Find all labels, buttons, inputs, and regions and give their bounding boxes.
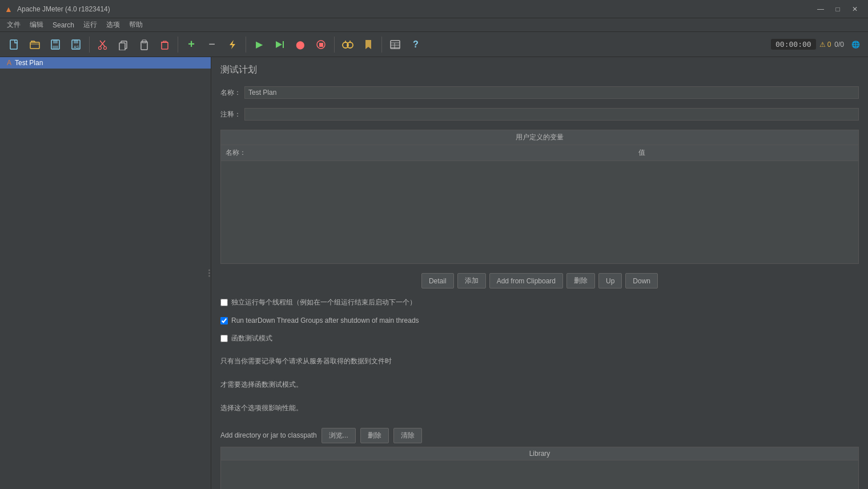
delete-var-button[interactable]: 删除 (566, 273, 595, 288)
clear-btn[interactable] (223, 35, 242, 54)
menu-bar: 文件 编辑 Search 运行 选项 帮助 (0, 18, 868, 32)
globe-icon[interactable]: 🌐 (847, 37, 863, 53)
svg-rect-6 (74, 40, 78, 43)
name-input[interactable] (244, 86, 859, 99)
svg-point-11 (104, 46, 107, 49)
checkbox-independent-groups-label: 独立运行每个线程组（例如在一个组运行结束后启动下一个） (231, 298, 416, 307)
comment-label: 注释： (220, 110, 241, 119)
detail-button[interactable]: Detail (421, 273, 454, 288)
svg-rect-1 (30, 42, 39, 49)
help-btn[interactable]: ? (406, 35, 425, 54)
vars-table: 名称： 值 (220, 145, 859, 161)
remove-component-btn[interactable]: − (202, 35, 222, 54)
comment-input[interactable] (244, 108, 859, 121)
main-layout: A Test Plan 测试计划 名称： 注释： 用户定义的变量 (0, 57, 868, 489)
search-btn[interactable] (338, 35, 357, 54)
checkbox-row-2: Run tearDown Thread Groups after shutdow… (220, 316, 859, 324)
copy-btn[interactable] (114, 35, 133, 54)
col-value-header: 值 (634, 145, 858, 161)
svg-rect-13 (119, 43, 125, 50)
svg-text:AS: AS (74, 45, 79, 49)
sidebar: A Test Plan (0, 57, 211, 489)
content-area: 测试计划 名称： 注释： 用户定义的变量 名称： 值 (211, 57, 868, 489)
svg-rect-16 (162, 42, 168, 49)
warning-icon: ⚠ (819, 41, 826, 49)
vars-buttons-row: Detail 添加 Add from Clipboard 删除 Up Down (220, 273, 859, 288)
name-field-row: 名称： (220, 86, 859, 99)
new-btn[interactable] (5, 35, 24, 54)
down-button[interactable]: Down (625, 273, 658, 288)
library-body (221, 460, 858, 489)
svg-marker-17 (230, 40, 235, 49)
window-controls: — □ ✕ (812, 1, 863, 18)
browse-button[interactable]: 浏览... (322, 428, 356, 443)
toolbar-right: 00:00:00 ⚠ 0 0/0 🌐 (771, 37, 863, 53)
classpath-row: Add directory or jar to classpath 浏览... … (220, 428, 859, 443)
library-table: Library (220, 447, 859, 489)
stop-btn[interactable]: ⬤ (291, 35, 310, 54)
info-text-4: 选择这个选项很影响性能。 (220, 403, 859, 414)
timer-display: 00:00:00 (771, 39, 816, 50)
title-text: Apache JMeter (4.0 r1823414) (17, 5, 110, 13)
add-from-clipboard-button[interactable]: Add from Clipboard (489, 273, 563, 288)
checkbox-teardown-label: Run tearDown Thread Groups after shutdow… (231, 316, 419, 324)
checkbox-teardown[interactable] (220, 317, 228, 324)
library-header: Library (221, 447, 858, 460)
classpath-delete-button[interactable]: 删除 (360, 428, 389, 443)
close-button[interactable]: ✕ (846, 1, 863, 18)
menu-file[interactable]: 文件 (2, 19, 25, 31)
classpath-section: Add directory or jar to classpath 浏览... … (220, 428, 859, 489)
up-button[interactable]: Up (598, 273, 622, 288)
menu-help[interactable]: 帮助 (124, 19, 147, 31)
svg-rect-0 (10, 40, 17, 49)
saveas-btn[interactable]: AS (66, 35, 86, 54)
checkbox-row-1: 独立运行每个线程组（例如在一个组运行结束后启动下一个） (220, 298, 859, 307)
minimize-button[interactable]: — (812, 1, 829, 18)
info-text-1: 只有当你需要记录每个请求从服务器取得的数据到文件时 (220, 356, 859, 367)
error-count: 0/0 (834, 41, 844, 49)
toolbar: AS + − ▶ ⬤ ? (0, 32, 868, 57)
sidebar-item-label: Test Plan (15, 59, 43, 67)
svg-point-10 (99, 46, 102, 49)
list-btn[interactable] (385, 35, 405, 54)
save-btn[interactable] (46, 35, 65, 54)
name-label: 名称： (220, 88, 241, 98)
start-no-pauses-btn[interactable] (270, 35, 290, 54)
warning-display: ⚠ 0 (819, 41, 831, 49)
arrow-btn[interactable] (359, 35, 378, 54)
warning-count: 0 (827, 41, 831, 49)
vars-section: 用户定义的变量 名称： 值 (220, 130, 859, 264)
delete-btn[interactable] (155, 35, 174, 54)
checkbox-functional-mode[interactable] (220, 335, 228, 342)
vars-title: 用户定义的变量 (220, 130, 859, 145)
checkbox-independent-groups[interactable] (220, 299, 228, 306)
cut-btn[interactable] (93, 35, 112, 54)
checkbox-functional-mode-label: 函数测试模式 (231, 334, 272, 343)
menu-search[interactable]: Search (48, 20, 79, 30)
col-name-header: 名称： (221, 145, 634, 161)
svg-rect-21 (319, 43, 323, 47)
info-text-2: 才需要选择函数测试模式。 (220, 379, 859, 390)
checkbox-row-3: 函数测试模式 (220, 334, 859, 343)
testplan-icon: A (7, 59, 11, 67)
svg-marker-18 (276, 41, 282, 48)
add-var-button[interactable]: 添加 (457, 273, 486, 288)
svg-rect-3 (53, 40, 58, 43)
svg-rect-24 (347, 44, 348, 46)
resize-handle-dots (207, 270, 211, 277)
start-btn[interactable]: ▶ (250, 35, 269, 54)
open-btn[interactable] (25, 35, 45, 54)
maximize-button[interactable]: □ (829, 1, 846, 18)
menu-run[interactable]: 运行 (79, 19, 102, 31)
classpath-label: Add directory or jar to classpath (220, 431, 317, 439)
app-icon: ▲ (5, 5, 14, 14)
menu-options[interactable]: 选项 (102, 19, 124, 31)
stopall-btn[interactable] (311, 35, 331, 54)
paste-btn[interactable] (134, 35, 154, 54)
add-component-btn[interactable]: + (182, 35, 201, 54)
svg-rect-4 (53, 46, 58, 49)
sidebar-item-testplan[interactable]: A Test Plan (0, 57, 211, 69)
menu-edit[interactable]: 编辑 (25, 19, 48, 31)
comment-field-row: 注释： (220, 108, 859, 121)
classpath-clear-button[interactable]: 清除 (393, 428, 422, 443)
